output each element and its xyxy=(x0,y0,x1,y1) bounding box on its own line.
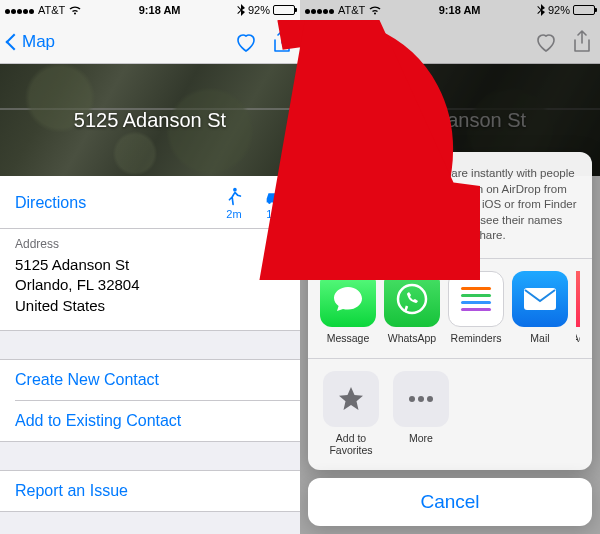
create-contact-button[interactable]: Create New Contact xyxy=(0,360,300,400)
address-label: Address xyxy=(15,237,285,251)
share-icon[interactable] xyxy=(272,30,292,54)
svg-point-1 xyxy=(268,201,271,204)
share-actions-row: Add to Favorites More xyxy=(308,359,592,470)
address-line2: Orlando, FL 32804 xyxy=(15,275,285,295)
share-app-mail[interactable]: Mail xyxy=(512,271,568,344)
share-app-whatsapp[interactable]: WhatsApp xyxy=(384,271,440,344)
add-existing-contact-button[interactable]: Add to Existing Contact xyxy=(0,401,300,441)
message-icon xyxy=(320,271,376,327)
airdrop-row[interactable]: AirDrop. Share instantly with people nea… xyxy=(308,152,592,259)
mail-icon xyxy=(512,271,568,327)
svg-point-3 xyxy=(346,190,352,196)
status-bar: AT&T 9:18 AM 92% xyxy=(0,0,300,20)
share-app-label: Mail xyxy=(530,332,549,344)
svg-point-7 xyxy=(418,396,424,402)
address-line3: United States xyxy=(15,296,285,316)
share-app-label: Ac xyxy=(576,332,580,344)
phone-maps-detail: AT&T 9:18 AM 92% Map 5125 Adanson St Dir… xyxy=(0,0,300,534)
share-action-label: More xyxy=(409,432,433,444)
status-bar: AT&T 9:18 AM 92% xyxy=(300,0,600,20)
phone-share-sheet: AT&T 9:18 AM 92% Map 5125 Adanson St xyxy=(300,0,600,534)
share-apps-row: Message WhatsApp Reminders xyxy=(308,259,592,359)
directions-button[interactable]: Directions xyxy=(15,194,86,212)
car-icon xyxy=(263,186,285,208)
favorite-icon[interactable] xyxy=(534,31,558,53)
more-icon xyxy=(393,371,449,427)
wifi-icon xyxy=(368,5,382,15)
back-button[interactable]: Map xyxy=(8,32,55,52)
favorite-icon[interactable] xyxy=(234,31,258,53)
chevron-left-icon xyxy=(6,33,23,50)
share-icon[interactable] xyxy=(572,30,592,54)
partial-app-icon xyxy=(576,271,580,327)
share-app-message[interactable]: Message xyxy=(320,271,376,344)
share-app-label: Message xyxy=(327,332,370,344)
share-action-label: Add to Favorites xyxy=(320,432,382,456)
share-app-label: WhatsApp xyxy=(388,332,436,344)
location-title: 5125 Adanson St xyxy=(0,64,300,176)
share-app-partial[interactable]: Ac xyxy=(576,271,580,344)
bluetooth-icon xyxy=(537,4,545,16)
address-line1: 5125 Adanson St xyxy=(15,255,285,275)
carrier-label: AT&T xyxy=(38,4,65,16)
chevron-left-icon xyxy=(306,33,323,50)
svg-point-0 xyxy=(233,188,237,192)
directions-row: Directions 2m 1m xyxy=(0,176,300,228)
share-sheet: AirDrop. Share instantly with people nea… xyxy=(308,152,592,526)
carrier-label: AT&T xyxy=(338,4,365,16)
airdrop-title: AirDrop. xyxy=(388,167,434,179)
map-satellite-header: 5125 Adanson St xyxy=(0,64,300,176)
reminders-icon xyxy=(448,271,504,327)
clock-label: 9:18 AM xyxy=(439,4,481,16)
share-action-more[interactable]: More xyxy=(390,371,452,456)
wifi-icon xyxy=(68,5,82,15)
bluetooth-icon xyxy=(237,4,245,16)
signal-dots-icon xyxy=(5,4,35,16)
battery-icon xyxy=(273,5,295,15)
battery-percent: 92% xyxy=(248,4,270,16)
nav-bar: Map xyxy=(300,20,600,64)
svg-point-2 xyxy=(277,201,280,204)
nav-bar: Map xyxy=(0,20,300,64)
whatsapp-icon xyxy=(384,271,440,327)
walk-mode[interactable]: 2m xyxy=(223,186,245,220)
signal-dots-icon xyxy=(305,4,335,16)
share-app-label: Reminders xyxy=(451,332,502,344)
share-app-reminders[interactable]: Reminders xyxy=(448,271,504,344)
walk-time: 2m xyxy=(226,208,241,220)
svg-rect-5 xyxy=(524,288,556,310)
walk-icon xyxy=(223,186,245,208)
cancel-label: Cancel xyxy=(420,491,479,513)
cancel-button[interactable]: Cancel xyxy=(308,478,592,526)
star-icon xyxy=(323,371,379,427)
back-button[interactable]: Map xyxy=(308,32,355,52)
back-label: Map xyxy=(322,32,355,52)
back-label: Map xyxy=(22,32,55,52)
svg-point-6 xyxy=(409,396,415,402)
clock-label: 9:18 AM xyxy=(139,4,181,16)
drive-time: 1m xyxy=(266,208,281,220)
drive-mode[interactable]: 1m xyxy=(263,186,285,220)
battery-percent: 92% xyxy=(548,4,570,16)
report-issue-button[interactable]: Report an Issue xyxy=(0,471,300,511)
airdrop-icon xyxy=(322,166,376,220)
share-action-favorites[interactable]: Add to Favorites xyxy=(320,371,382,456)
svg-point-8 xyxy=(427,396,433,402)
battery-icon xyxy=(573,5,595,15)
address-block: Address 5125 Adanson St Orlando, FL 3280… xyxy=(0,229,300,330)
